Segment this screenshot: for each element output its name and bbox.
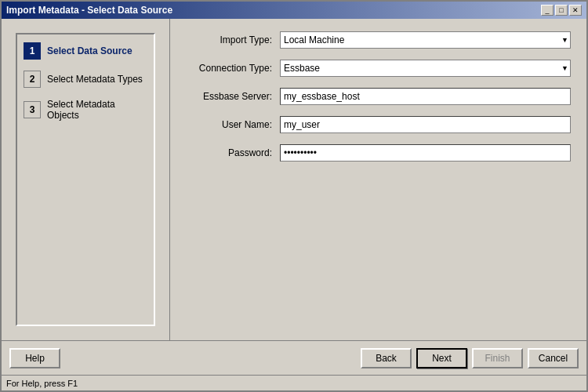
help-button[interactable]: Help	[9, 348, 60, 368]
import-type-row: Import Type: Local Machine	[186, 31, 571, 49]
main-content: 1 Select Data Source 2 Select Metadata T…	[2, 19, 586, 340]
status-bar: For Help, press F1	[2, 375, 586, 390]
connection-type-control[interactable]: Essbase	[280, 60, 571, 77]
status-text: For Help, press F1	[6, 379, 78, 388]
user-name-control	[280, 116, 571, 133]
import-type-select[interactable]: Local Machine	[280, 31, 571, 49]
essbase-server-row: Essbase Server:	[186, 88, 571, 105]
essbase-server-input[interactable]	[280, 88, 571, 105]
next-button[interactable]: Next	[416, 348, 467, 368]
user-name-label: User Name:	[186, 119, 280, 130]
step-2-item[interactable]: 2 Select Metadata Types	[22, 67, 149, 91]
step-1-label: Select Data Source	[47, 45, 132, 56]
form-area: Import Type: Local Machine Connection Ty…	[170, 19, 586, 340]
password-row: Password:	[186, 144, 571, 162]
sidebar-steps: 1 Select Data Source 2 Select Metadata T…	[16, 33, 155, 326]
bottom-left: Help	[9, 348, 60, 368]
window-title: Import Metadata - Select Data Source	[6, 5, 172, 16]
essbase-server-control	[280, 88, 571, 105]
password-label: Password:	[186, 147, 280, 158]
minimize-button[interactable]: _	[541, 5, 554, 16]
finish-button[interactable]: Finish	[472, 348, 523, 368]
connection-type-label: Connection Type:	[186, 63, 280, 74]
user-name-row: User Name:	[186, 116, 571, 133]
step-1-number: 1	[24, 42, 41, 60]
cancel-button[interactable]: Cancel	[528, 348, 579, 368]
password-input[interactable]	[280, 144, 571, 162]
connection-type-row: Connection Type: Essbase	[186, 60, 571, 77]
connection-type-select[interactable]: Essbase	[280, 60, 571, 77]
password-control	[280, 144, 571, 162]
back-button[interactable]: Back	[361, 348, 412, 368]
step-2-number: 2	[24, 71, 41, 88]
main-window: Import Metadata - Select Data Source _ □…	[0, 0, 588, 392]
step-1-item[interactable]: 1 Select Data Source	[22, 39, 149, 63]
sidebar: 1 Select Data Source 2 Select Metadata T…	[2, 19, 170, 340]
step-3-item[interactable]: 3 Select Metadata Objects	[22, 96, 149, 124]
step-3-label: Select Metadata Objects	[47, 99, 147, 121]
step-2-label: Select Metadata Types	[47, 74, 143, 85]
user-name-input[interactable]	[280, 116, 571, 133]
maximize-button[interactable]: □	[555, 5, 568, 16]
step-3-number: 3	[24, 101, 41, 118]
title-bar: Import Metadata - Select Data Source _ □…	[2, 2, 586, 19]
essbase-server-label: Essbase Server:	[186, 91, 280, 102]
close-button[interactable]: ✕	[569, 5, 582, 16]
bottom-right: Back Next Finish Cancel	[361, 348, 579, 368]
bottom-bar: Help Back Next Finish Cancel	[2, 340, 586, 375]
window-controls: _ □ ✕	[541, 5, 582, 16]
import-type-control[interactable]: Local Machine	[280, 31, 571, 49]
import-type-label: Import Type:	[186, 34, 280, 45]
content-area: 1 Select Data Source 2 Select Metadata T…	[2, 19, 586, 390]
